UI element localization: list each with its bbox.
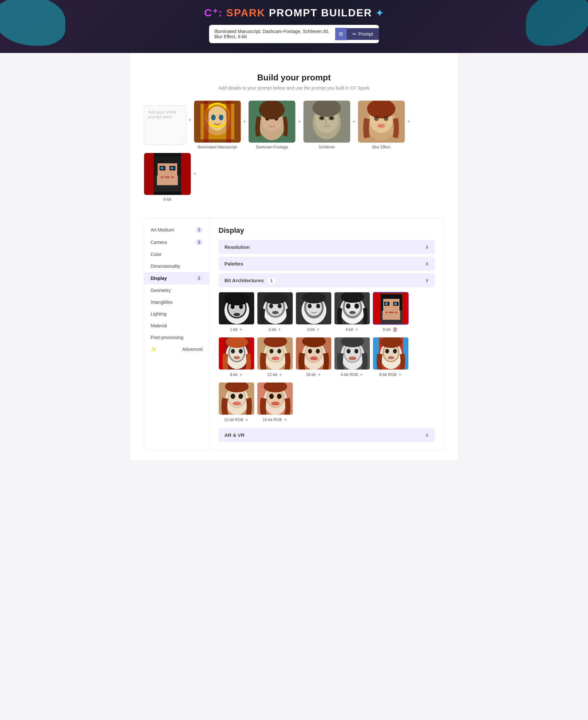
- svg-point-51: [234, 313, 240, 316]
- grid-label-12bit-rgb: 12-bit RGB +: [224, 417, 249, 423]
- svg-point-107: [271, 356, 279, 360]
- svg-rect-39: [177, 161, 181, 176]
- grid-label-text-4bit: 4-bit: [345, 327, 353, 332]
- grid-img-4bit[interactable]: [334, 292, 370, 325]
- sidebar-item-lighting[interactable]: Lighting: [144, 308, 209, 320]
- svg-point-20: [320, 117, 323, 119]
- label-blur: Blur Effect: [372, 145, 391, 149]
- grid-img-8bit[interactable]: [218, 337, 254, 370]
- svg-point-28: [384, 116, 388, 121]
- sidebar-label-material: Material: [151, 323, 167, 328]
- svg-point-65: [308, 304, 312, 308]
- grid-label-text-3bit: 3-bit: [307, 327, 315, 332]
- accordion-header-palettes[interactable]: Palettes ∧: [218, 257, 435, 271]
- grid-add-btn-3bit[interactable]: +: [316, 327, 320, 333]
- sidebar-icon-advanced: ✨: [151, 346, 156, 352]
- chevron-bit-arch: ∨: [425, 277, 429, 283]
- sidebar-item-dimensionality[interactable]: Dimensionality: [144, 260, 209, 272]
- title-spark: SPARK: [226, 7, 269, 19]
- svg-point-21: [330, 117, 333, 119]
- grid-add-btn-16bit-rgb[interactable]: +: [283, 417, 288, 423]
- grid-img-12bit-rgb[interactable]: [218, 382, 254, 415]
- plus-between-1: +: [243, 118, 247, 125]
- prompt-img-dashcam[interactable]: [248, 100, 296, 143]
- grid-cell-3bit: 3-bit +: [296, 292, 332, 333]
- accordion-ar-vr[interactable]: AR & VR ∧: [218, 428, 435, 442]
- sidebar-item-advanced[interactable]: ✨ Advanced: [144, 343, 209, 355]
- grid-delete-btn-6bit[interactable]: 🗑: [392, 327, 399, 333]
- svg-point-52: [225, 292, 249, 305]
- grid-img-1bit[interactable]: [218, 292, 254, 325]
- grid-label-1bit: 1-bit +: [230, 327, 244, 333]
- sidebar-item-display[interactable]: Display 1: [144, 272, 209, 284]
- accordion-header-bit-arch[interactable]: Bit Architectures 1 ∨: [218, 273, 435, 287]
- grid-add-btn-12bit-rgb[interactable]: +: [245, 417, 249, 423]
- prompt-img-blur[interactable]: [358, 100, 405, 143]
- sidebar-item-camera[interactable]: Camera 3: [144, 236, 209, 248]
- prompt-img-illuminated[interactable]: [194, 100, 241, 143]
- grid-cell-12bit: 12-bit +: [257, 337, 293, 378]
- sidebar-item-material[interactable]: Material: [144, 320, 209, 332]
- prompt-images-row-1: Add your initial prompt here! +: [144, 100, 444, 149]
- grid-add-btn-12bit[interactable]: +: [278, 372, 282, 378]
- svg-rect-37: [154, 156, 181, 163]
- bit-arch-grid-row3: 12-bit RGB +: [218, 382, 435, 423]
- svg-point-60: [264, 292, 287, 304]
- grid-label-text-12bit: 12-bit: [267, 373, 277, 377]
- sidebar-item-geometry[interactable]: Geometry: [144, 284, 209, 296]
- svg-rect-38: [154, 161, 158, 176]
- image-cell-6bit: 6-bit: [144, 153, 191, 202]
- plus-after-row2: +: [193, 171, 197, 178]
- sidebar-item-art-medium[interactable]: Art Medium 1: [144, 224, 209, 236]
- svg-rect-89: [381, 298, 383, 311]
- svg-point-57: [269, 304, 273, 308]
- grid-img-3bit[interactable]: [296, 292, 332, 325]
- accordion-resolution: Resolution ∧: [218, 240, 435, 254]
- accordion-header-resolution[interactable]: Resolution ∧: [218, 240, 435, 254]
- svg-point-14: [259, 101, 285, 119]
- svg-point-97: [231, 349, 235, 354]
- grid-img-12bit[interactable]: [257, 337, 293, 370]
- sidebar-item-intangibles[interactable]: Intangibles: [144, 296, 209, 308]
- bit-arch-grid-row2: 8-bit +: [218, 337, 435, 378]
- grid-img-2bit[interactable]: [257, 292, 293, 325]
- sidebar-badge-art-medium: 1: [196, 227, 203, 233]
- grid-cell-16bit: 16-bit +: [296, 337, 332, 378]
- prompt-img-schlieren[interactable]: [303, 100, 351, 143]
- grid-img-8bit-rgb[interactable]: [373, 337, 409, 370]
- sidebar-item-color[interactable]: Color: [144, 248, 209, 260]
- grid-label-8bit: 8-bit +: [230, 372, 244, 378]
- grid-label-4bit-rgb: 4-bit RGB +: [341, 372, 363, 378]
- grid-add-btn-2bit[interactable]: +: [277, 327, 281, 333]
- panel-title: Display: [218, 226, 435, 235]
- grid-cell-8bit: 8-bit +: [218, 337, 254, 378]
- prompt-button[interactable]: ✏ Prompt: [346, 28, 379, 40]
- build-subtitle: Add details to your prompt below and use…: [144, 85, 444, 91]
- grid-img-16bit[interactable]: [296, 337, 332, 370]
- grid-add-btn-8bit-rgb[interactable]: +: [398, 372, 402, 378]
- svg-rect-32: [157, 161, 178, 185]
- grid-img-16bit-rgb[interactable]: [257, 382, 293, 415]
- svg-point-58: [278, 304, 281, 308]
- grid-img-6bit[interactable]: [373, 292, 409, 325]
- app-title: C⁺: SPARK PROMPT BUILDER ✦: [0, 6, 588, 19]
- grid-add-btn-1bit[interactable]: +: [239, 327, 243, 333]
- sidebar-item-post-processing[interactable]: Post-processing: [144, 332, 209, 343]
- svg-rect-80: [382, 298, 400, 320]
- svg-point-98: [239, 349, 243, 354]
- grid-add-btn-16bit[interactable]: +: [317, 372, 321, 378]
- grid-img-4bit-rgb[interactable]: [334, 337, 370, 370]
- grid-add-btn-4bit-rgb[interactable]: +: [359, 372, 363, 378]
- grid-cell-2bit: 2-bit +: [257, 292, 293, 333]
- svg-point-6: [218, 115, 223, 120]
- accordion-badge-bit-arch: 1: [268, 278, 275, 284]
- svg-point-132: [393, 349, 397, 354]
- svg-point-122: [354, 349, 358, 354]
- copy-button[interactable]: ⧉: [335, 28, 346, 40]
- plus-between-2: +: [298, 118, 301, 125]
- initial-prompt-box[interactable]: Add your initial prompt here!: [144, 105, 186, 144]
- grid-add-btn-4bit[interactable]: +: [354, 327, 359, 333]
- prompt-img-6bit[interactable]: [144, 153, 191, 195]
- grid-add-btn-8bit[interactable]: +: [239, 372, 243, 378]
- build-section: Build your prompt Add details to your pr…: [144, 63, 444, 97]
